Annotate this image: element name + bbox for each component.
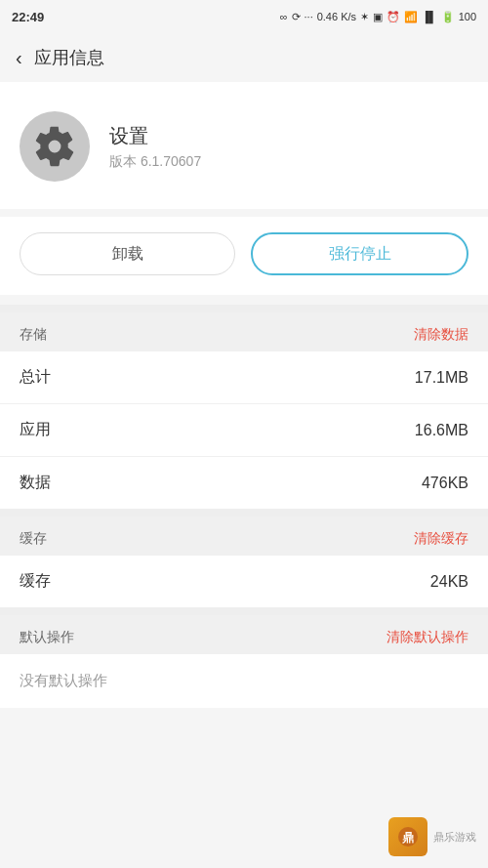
storage-app-label: 应用 bbox=[20, 420, 51, 440]
alarm-icon: ⏰ bbox=[386, 11, 400, 23]
infinity-icon: ∞ bbox=[280, 11, 288, 22]
status-bar: 22:49 ∞ ⟳ ··· 0.46 K/s ✶ ▣ ⏰ 📶 ▐▌ 🔋 100 bbox=[0, 0, 488, 33]
cache-size-row: 缓存 24KB bbox=[0, 556, 488, 607]
battery-icon: 🔋 bbox=[441, 11, 455, 23]
divider-2 bbox=[0, 509, 488, 517]
cache-size-value: 24KB bbox=[430, 573, 468, 591]
uninstall-button[interactable]: 卸载 bbox=[20, 232, 235, 275]
storage-data-label: 数据 bbox=[20, 473, 51, 493]
cache-size-label: 缓存 bbox=[20, 571, 51, 592]
back-button[interactable]: ‹ bbox=[16, 47, 22, 69]
cache-label: 缓存 bbox=[20, 530, 47, 548]
storage-data-row: 数据 476KB bbox=[0, 457, 488, 509]
status-icons: ∞ ⟳ ··· 0.46 K/s ✶ ▣ ⏰ 📶 ▐▌ 🔋 100 bbox=[280, 11, 476, 23]
clear-cache-button[interactable]: 清除缓存 bbox=[414, 530, 468, 548]
clear-default-button[interactable]: 清除默认操作 bbox=[386, 629, 468, 646]
storage-app-row: 应用 16.6MB bbox=[0, 404, 488, 457]
storage-total-row: 总计 17.1MB bbox=[0, 351, 488, 404]
settings-icon bbox=[33, 125, 76, 168]
watermark-icon: 鼎 bbox=[394, 823, 422, 850]
page-title: 应用信息 bbox=[34, 46, 104, 69]
dots-icon: ··· bbox=[305, 11, 313, 22]
default-section: 默认操作 清除默认操作 没有默认操作 bbox=[0, 615, 488, 708]
divider-1 bbox=[0, 305, 488, 312]
divider-3 bbox=[0, 607, 488, 615]
app-details: 设置 版本 6.1.70607 bbox=[109, 123, 201, 171]
svg-text:鼎: 鼎 bbox=[402, 831, 414, 845]
app-info-section: 设置 版本 6.1.70607 bbox=[0, 82, 488, 209]
battery-level: 100 bbox=[459, 11, 476, 22]
storage-app-value: 16.6MB bbox=[415, 422, 468, 439]
signal-icon: ▐▌ bbox=[422, 11, 437, 22]
storage-section: 存储 清除数据 总计 17.1MB 应用 16.6MB 数据 476KB bbox=[0, 312, 488, 509]
wifi-icon: 📶 bbox=[404, 11, 418, 23]
app-version: 版本 6.1.70607 bbox=[109, 153, 201, 171]
storage-total-label: 总计 bbox=[20, 367, 51, 388]
force-stop-button[interactable]: 强行停止 bbox=[251, 232, 468, 275]
watermark-label: 鼎乐游戏 bbox=[433, 830, 476, 845]
network-speed: 0.46 K/s bbox=[317, 11, 356, 22]
watermark: 鼎 鼎乐游戏 bbox=[388, 817, 476, 856]
default-ops-header: 默认操作 清除默认操作 bbox=[0, 615, 488, 654]
storage-total-value: 17.1MB bbox=[415, 369, 468, 387]
no-default-text: 没有默认操作 bbox=[0, 654, 488, 708]
default-ops-label: 默认操作 bbox=[20, 629, 74, 646]
app-name: 设置 bbox=[109, 123, 201, 149]
storage-header: 存储 清除数据 bbox=[0, 312, 488, 351]
loop-icon: ⟳ bbox=[292, 11, 301, 23]
app-icon bbox=[20, 111, 90, 182]
storage-label: 存储 bbox=[20, 326, 47, 344]
status-time: 22:49 bbox=[12, 10, 44, 24]
header: ‹ 应用信息 bbox=[0, 33, 488, 82]
nfc-icon: ▣ bbox=[373, 11, 383, 23]
bluetooth-icon: ✶ bbox=[360, 11, 369, 23]
action-buttons: 卸载 强行停止 bbox=[0, 217, 488, 295]
cache-section: 缓存 清除缓存 缓存 24KB bbox=[0, 517, 488, 607]
clear-data-button[interactable]: 清除数据 bbox=[414, 326, 468, 344]
watermark-logo: 鼎 bbox=[388, 817, 427, 856]
storage-data-value: 476KB bbox=[422, 475, 468, 492]
cache-header: 缓存 清除缓存 bbox=[0, 517, 488, 556]
